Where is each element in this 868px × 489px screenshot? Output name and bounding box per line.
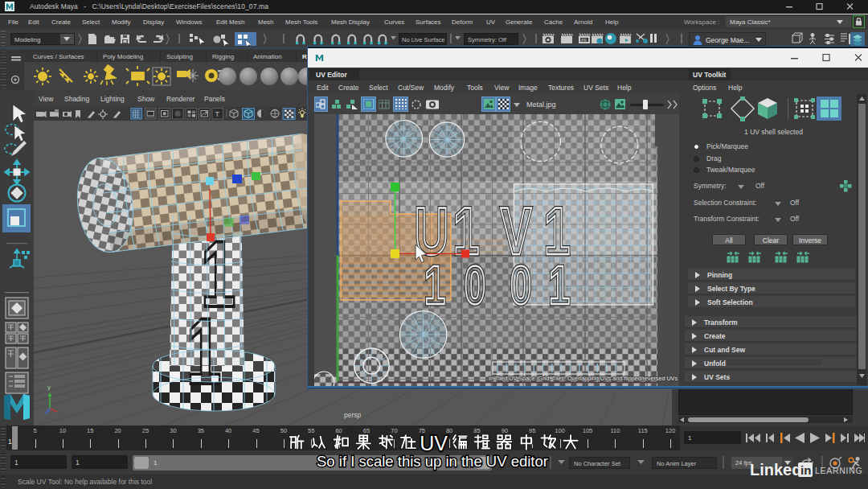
svg-text:Linked: Linked bbox=[750, 461, 801, 479]
svg-text:T: T bbox=[215, 110, 220, 118]
svg-text:IPR: IPR bbox=[581, 39, 588, 43]
svg-text:In Tiled UV Space: Grid, Tiles: In Tiled UV Space: Grid, Tiles, Overlapp… bbox=[489, 375, 678, 382]
svg-text:1: 1 bbox=[424, 255, 445, 315]
svg-text:0: 0 bbox=[510, 255, 531, 315]
svg-text:in: in bbox=[800, 463, 811, 477]
svg-text:0: 0 bbox=[465, 255, 485, 315]
svg-text:LEARNING: LEARNING bbox=[815, 466, 862, 475]
svg-text:So if I scale this up in the U: So if I scale this up in the UV editor bbox=[317, 453, 548, 470]
svg-text:y: y bbox=[47, 384, 51, 391]
svg-text:1: 1 bbox=[549, 255, 570, 315]
